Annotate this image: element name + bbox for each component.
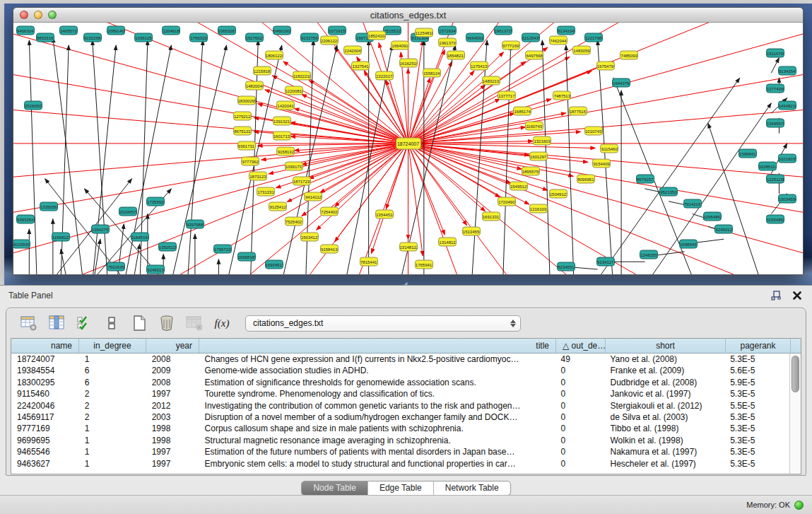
network-node[interactable]: 11568123 [52, 232, 70, 241]
table-cell-in_degree[interactable]: 1 [79, 458, 146, 469]
network-node[interactable]: 12217987 [584, 33, 603, 42]
network-node[interactable]: 6466160 [273, 25, 291, 35]
table-cell-out_degree[interactable]: 0 [555, 365, 605, 376]
network-node[interactable]: 7815441 [360, 257, 378, 267]
network-node[interactable]: 14830593 [572, 46, 591, 55]
select-columns-icon[interactable] [48, 315, 65, 332]
network-node[interactable]: 15276021 [245, 33, 264, 42]
table-cell-short[interactable]: Yano et al. (2008) [604, 354, 724, 365]
table-cell-pagerank[interactable]: 5.3E-5 [724, 423, 789, 434]
column-header-title[interactable]: title [199, 339, 556, 353]
network-node[interactable]: 7501535 [107, 262, 125, 271]
network-node[interactable]: 17957225 [213, 245, 232, 254]
table-cell-year[interactable]: 2003 [146, 411, 199, 423]
network-node[interactable]: 13777171 [498, 91, 516, 100]
network-node[interactable]: 6497568 [525, 51, 543, 60]
table-cell-title[interactable]: Investigating the contribution of common… [199, 400, 555, 411]
tab-node-table[interactable]: Node Table [302, 481, 368, 495]
network-node[interactable]: 9154409 [592, 159, 611, 168]
network-node[interactable]: 15581243 [423, 69, 441, 78]
column-header-pagerank[interactable]: pagerank [726, 339, 791, 353]
network-node[interactable]: 18524104 [367, 30, 386, 40]
new-table-icon[interactable] [131, 315, 148, 332]
table-cell-title[interactable]: Tourette syndrome. Phenomenology and cla… [199, 388, 555, 399]
network-node[interactable]: 11607437 [525, 121, 543, 130]
table-row[interactable]: 969969511998Structural magnetic resonanc… [11, 435, 789, 446]
network-node[interactable]: 13275411 [351, 61, 370, 70]
network-node[interactable]: 10954862 [703, 212, 722, 221]
table-cell-short[interactable]: de Silva et al. (2003) [604, 411, 724, 423]
table-cell-pagerank[interactable]: 5.9E-5 [724, 377, 789, 388]
network-node[interactable]: 14832132 [482, 76, 500, 85]
network-node[interactable]: 9015935 [13, 240, 30, 249]
network-node[interactable]: 9664091 [466, 33, 484, 42]
network-node[interactable]: 16958187 [237, 252, 256, 262]
table-cell-year[interactable]: 2009 [146, 365, 199, 376]
network-node[interactable]: 12046183 [162, 25, 180, 35]
table-cell-year[interactable]: 1997 [146, 446, 199, 457]
network-node[interactable]: 10107437 [584, 127, 603, 136]
network-node[interactable]: 18717233 [293, 177, 311, 186]
delete-table-icon[interactable] [158, 315, 175, 332]
network-node[interactable]: 16443794 [612, 78, 630, 88]
network-node[interactable]: 18548213 [447, 51, 465, 60]
table-cell-name[interactable]: 22420046 [11, 400, 79, 411]
table-row[interactable]: 1938455462009Genome-wide association stu… [11, 365, 789, 376]
network-node[interactable]: 16985432 [679, 240, 698, 249]
network-node[interactable]: 17313312 [257, 187, 275, 196]
table-cell-name[interactable]: 18724007 [11, 354, 79, 365]
network-node[interactable]: 15114794 [766, 48, 784, 57]
table-cell-in_degree[interactable]: 1 [79, 423, 146, 434]
tab-edge-table[interactable]: Edge Table [368, 481, 434, 495]
table-cell-name[interactable]: 9777169 [11, 423, 79, 434]
network-node[interactable]: 12774369 [766, 83, 784, 93]
network-node[interactable]: 8134104 [557, 25, 575, 35]
network-node[interactable]: 11954862 [766, 214, 784, 223]
network-node[interactable]: 14348210 [778, 101, 796, 110]
table-cell-short[interactable]: Tibbo et al. (1998) [604, 423, 724, 434]
network-node[interactable]: 12125439 [522, 33, 540, 42]
network-node[interactable]: 8831516 [36, 33, 54, 42]
scrollbar-thumb[interactable] [792, 356, 799, 392]
network-node[interactable]: 9132756 [300, 33, 319, 42]
network-node[interactable]: 10285114 [758, 161, 777, 170]
function-builder-icon[interactable]: f(x) [213, 315, 230, 332]
network-node[interactable]: 10719155 [328, 25, 346, 35]
table-cell-pagerank[interactable]: 5.3E-5 [724, 388, 789, 399]
network-node[interactable]: 18300295 [237, 96, 256, 105]
network-node[interactable]: 15726341 [438, 25, 457, 35]
select-rows-icon[interactable] [76, 315, 93, 332]
table-row[interactable]: 2242004622012Investigating the contribut… [11, 400, 789, 411]
table-cell-title[interactable]: Structural magnetic resonance image aver… [199, 435, 555, 446]
table-cell-pagerank[interactable]: 5.3E-5 [724, 458, 789, 469]
table-cell-out_degree[interactable]: 0 [555, 400, 605, 411]
network-node[interactable]: 19613730 [438, 38, 457, 47]
network-node[interactable]: 16162519 [399, 58, 418, 67]
network-node[interactable]: 18731231 [249, 172, 267, 181]
table-cell-out_degree[interactable]: 0 [555, 411, 605, 423]
network-node[interactable]: 10653287 [218, 25, 236, 35]
network-node[interactable]: 15034127 [300, 232, 319, 241]
table-cell-year[interactable]: 1998 [146, 423, 199, 434]
network-node[interactable]: 7462044 [549, 35, 567, 45]
network-node[interactable]: 15134554 [462, 227, 481, 236]
network-node[interactable]: 10991733 [285, 161, 303, 170]
network-node[interactable]: 17359928 [146, 197, 165, 206]
tab-network-table[interactable]: Network Table [434, 481, 510, 495]
column-header-in_degree[interactable]: in_degree [79, 339, 146, 353]
close-icon[interactable] [791, 290, 804, 301]
table-cell-name[interactable]: 9463627 [11, 458, 79, 469]
network-node[interactable]: 12161033 [529, 204, 548, 214]
network-node[interactable]: 7487513 [553, 91, 571, 100]
table-cell-year[interactable]: 2008 [146, 377, 199, 388]
table-cell-title[interactable]: Genome-wide association studies in ADHD. [199, 365, 555, 376]
network-node[interactable]: 13148121 [438, 237, 457, 246]
network-node[interactable]: 7914216 [683, 199, 702, 209]
table-cell-pagerank[interactable]: 5.3E-5 [724, 435, 789, 446]
table-cell-out_degree[interactable]: 0 [555, 388, 605, 399]
network-node[interactable]: 9521350 [659, 187, 678, 196]
table-cell-year[interactable]: 2008 [146, 354, 199, 365]
table-cell-in_degree[interactable]: 1 [79, 354, 146, 365]
network-node[interactable]: 16017133 [273, 132, 291, 141]
network-node[interactable]: 13544514 [375, 209, 394, 218]
